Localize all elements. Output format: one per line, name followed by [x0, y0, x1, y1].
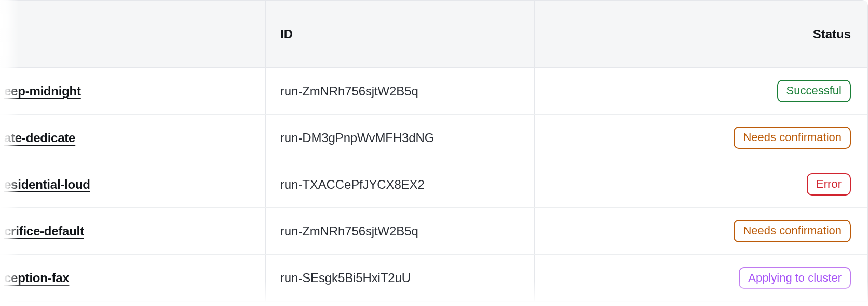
status-badge: Applying to cluster [739, 267, 851, 289]
cell-name: ception-fax [0, 255, 266, 301]
runs-table: ID Status eep-midnight run-ZmNRh756sjtW2… [0, 0, 868, 302]
status-badge: Needs confirmation [734, 220, 851, 242]
run-name-link[interactable]: eep-midnight [4, 84, 81, 99]
cell-id: run-ZmNRh756sjtW2B5q [266, 68, 535, 114]
status-badge: Needs confirmation [734, 127, 851, 148]
table-row: esidential-loud run-TXACCePfJYCX8EX2 Err… [0, 161, 867, 208]
table-header-row: ID Status [0, 1, 867, 68]
run-name-link[interactable]: crifice-default [4, 224, 84, 239]
column-header-name [0, 1, 266, 67]
cell-status: Error [535, 161, 867, 207]
cell-status: Needs confirmation [535, 115, 867, 161]
table-row: ception-fax run-SEsgk5Bi5HxiT2uU Applyin… [0, 255, 867, 301]
cell-id: run-DM3gPnpWvMFH3dNG [266, 115, 535, 161]
run-id-text: run-TXACCePfJYCX8EX2 [280, 177, 425, 192]
column-header-id: ID [266, 1, 535, 67]
cell-name: ate-dedicate [0, 115, 266, 161]
cell-status: Successful [535, 68, 867, 114]
table-row: eep-midnight run-ZmNRh756sjtW2B5q Succes… [0, 68, 867, 115]
cell-name: eep-midnight [0, 68, 266, 114]
run-name-link[interactable]: ate-dedicate [4, 131, 75, 145]
run-id-text: run-ZmNRh756sjtW2B5q [280, 224, 418, 239]
cell-id: run-ZmNRh756sjtW2B5q [266, 208, 535, 254]
run-id-text: run-SEsgk5Bi5HxiT2uU [280, 271, 411, 285]
status-badge: Error [807, 173, 851, 195]
column-header-status: Status [535, 1, 867, 67]
cell-name: esidential-loud [0, 161, 266, 207]
table-row: crifice-default run-ZmNRh756sjtW2B5q Nee… [0, 208, 867, 255]
column-header-status-label: Status [813, 27, 851, 41]
run-name-link[interactable]: esidential-loud [4, 177, 90, 192]
cell-status: Applying to cluster [535, 255, 867, 301]
status-badge: Successful [777, 80, 851, 102]
cell-status: Needs confirmation [535, 208, 867, 254]
cell-name: crifice-default [0, 208, 266, 254]
table-row: ate-dedicate run-DM3gPnpWvMFH3dNG Needs … [0, 115, 867, 161]
cell-id: run-SEsgk5Bi5HxiT2uU [266, 255, 535, 301]
run-id-text: run-ZmNRh756sjtW2B5q [280, 84, 418, 99]
column-header-id-label: ID [280, 27, 293, 41]
run-name-link[interactable]: ception-fax [4, 271, 69, 285]
cell-id: run-TXACCePfJYCX8EX2 [266, 161, 535, 207]
run-id-text: run-DM3gPnpWvMFH3dNG [280, 131, 434, 145]
